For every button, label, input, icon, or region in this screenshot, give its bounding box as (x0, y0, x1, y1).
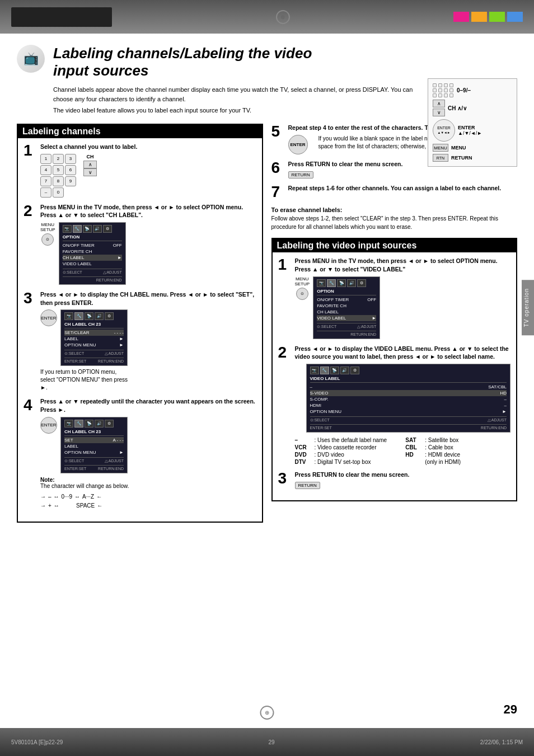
menu-circle-v1[interactable]: ⊙ (296, 288, 308, 300)
color-block-blue (507, 12, 523, 22)
erase-text: Follow above steps 1-2, then select "CLE… (271, 214, 518, 231)
bottom-crosshair: ⊕ (260, 706, 274, 720)
vs1-icon-4: 🔊 (347, 279, 356, 287)
vs1-fav: FAVORITE CH (317, 303, 376, 309)
footer-left: 5V80101A [E]p22-29 (11, 739, 63, 745)
step-3: 3 Press ◄ or ► to display the CH LABEL m… (24, 290, 256, 392)
remote-arrows-label: ▲/▼/◄/► (458, 130, 482, 136)
step4-icon-1: 📷 (64, 420, 73, 428)
key-3[interactable]: 3 (65, 154, 76, 164)
menu-row-chlabel: CH LABEL► (63, 255, 122, 261)
enter-circle-4[interactable]: ENTER (40, 417, 57, 434)
video-step-3-instruction: Press RETURN to clear the menu screen. (295, 471, 511, 479)
step4-label: LABEL (64, 443, 124, 449)
step-2: 2 Press MENU in the TV mode, then press … (24, 203, 256, 285)
step3-icon-3: 📡 (85, 312, 93, 320)
right-column: 5 Repeat step 4 to enter the rest of the… (271, 124, 518, 528)
step4-set: SETA - - - (64, 437, 124, 443)
step-1-num: 1 (24, 143, 40, 158)
step-3-content: Press ◄ or ► to display the CH LABEL men… (40, 290, 256, 392)
step-1-diagram: 1 2 3 4 5 6 7 8 9 – 0 (40, 154, 256, 198)
step3-icon-1: 📷 (64, 312, 73, 320)
remote-menu-label: MENU (451, 145, 466, 151)
step-1-instruction: Select a channel you want to label. (40, 143, 256, 151)
video-step-1: 1 Press MENU in the TV mode, then press … (278, 257, 511, 339)
legend-area: –: Uses the default label name SAT: Sate… (295, 437, 511, 465)
key-7[interactable]: 7 (40, 176, 51, 186)
option-menu-row: OPTION MENU► (64, 342, 124, 348)
key-5[interactable]: 5 (53, 165, 64, 175)
vs2-icon-5: ⚙ (350, 367, 359, 374)
video-return-icon[interactable]: RETURN (295, 482, 320, 489)
step4-icon-3: 📡 (85, 420, 93, 428)
video-step1-menu: MENUSETUP ⊙ (295, 276, 310, 300)
left-column: Labeling channels 1 Select a channel you… (17, 124, 263, 528)
key-6[interactable]: 6 (65, 165, 76, 175)
step-4-instruction: Press ▲ or ▼ repeatedly until the charac… (40, 397, 256, 414)
step-2-menu-screen: 📷 🔧 📡 🔊 ⚙ OPTION ON/OFF TIMEROFF FAVORIT… (59, 222, 126, 285)
labeling-channels-title: Labeling channels (18, 125, 262, 138)
key-0[interactable]: 0 (53, 187, 64, 198)
menu-icon-3: 📡 (83, 225, 92, 233)
title-icon: 📺 (17, 45, 45, 73)
key-8[interactable]: 8 (53, 176, 64, 186)
step-3-instruction: Press ◄ or ► to display the CH LABEL men… (40, 290, 256, 307)
remote-return-btn[interactable]: RTN (433, 154, 448, 162)
menu-circle[interactable]: ⊙ (41, 233, 54, 246)
step-6-num: 6 (271, 160, 288, 179)
step-4-num: 4 (24, 397, 40, 413)
vs2-icon-3: 📡 (330, 367, 339, 374)
legend-table: –: Uses the default label name SAT: Sate… (295, 437, 511, 465)
remote-enter-label: ENTER (458, 125, 482, 130)
step-4: 4 Press ▲ or ▼ repeatedly until the char… (24, 397, 256, 510)
ch-label-row: LABEL► (64, 336, 124, 342)
menu-row-timer: ON/OFF TIMEROFF (63, 242, 122, 248)
erase-section: To erase channel labels: Follow above st… (271, 205, 518, 232)
vs1-videolabel: VIDEO LABEL► (317, 315, 376, 321)
ch-buttons: CH ∧ ∨ (83, 154, 97, 176)
menu-icon-4: 🔊 (93, 225, 102, 233)
key-9[interactable]: 9 (65, 176, 76, 186)
menu-row-fav: FAVORITE CH (63, 248, 122, 255)
video-step-2-num: 2 (278, 345, 295, 360)
key-4[interactable]: 4 (40, 165, 51, 175)
return-icon[interactable]: RETURN (288, 171, 313, 179)
step3-icon-4: 🔊 (95, 312, 104, 320)
ch-down-btn[interactable]: ∨ (83, 168, 97, 176)
enter-circle[interactable]: ENTER (40, 309, 57, 326)
step-2-num: 2 (24, 203, 40, 219)
step-5-enter[interactable]: ENTER (288, 135, 308, 154)
remote-enter-btn[interactable]: ENTER▲▼◄► (433, 119, 455, 142)
step-3-note: If you return to OPTION menu, select "OP… (40, 368, 256, 392)
vs2-icon-1: 📷 (310, 367, 319, 374)
labeling-video-title: Labeling the video input sources (273, 239, 517, 252)
ch-label-set: SET/CLEAR- - - - (64, 330, 124, 336)
step-4-content: Press ▲ or ▼ repeatedly until the charac… (40, 397, 256, 510)
char-progression: → – ↔ 0···9 ↔ A···Z ← → (40, 492, 256, 510)
key-1[interactable]: 1 (40, 154, 51, 164)
page-number: 29 (504, 702, 517, 717)
key-2[interactable]: 2 (53, 154, 64, 164)
step-1-content: Select a channel you want to label. 1 2 … (40, 143, 256, 198)
video-step-1-content: Press MENU in the TV mode, then press ◄ … (295, 257, 511, 339)
video-step-2: 2 Press ◄ or ► to display the VIDEO LABE… (278, 345, 511, 465)
step-4-menu-screen: 📷 🔧 📡 🔊 ⚙ CH LABEL CH 23 SETA - - - LABE… (60, 417, 128, 473)
vs1-icon-3: 📡 (337, 279, 346, 287)
vs1-timer: ON/OFF TIMEROFF (317, 297, 376, 303)
video-step-3-content: Press RETURN to clear the menu screen. R… (295, 471, 511, 489)
step-7: 7 Repeat steps 1-6 for other channels. Y… (271, 184, 518, 200)
key-minus[interactable]: – (40, 187, 51, 198)
step4-icon-4: 🔊 (95, 420, 104, 428)
remote-return-label: RETURN (451, 155, 472, 161)
step3-icon-5: ⚙ (105, 312, 114, 320)
vs1-icon-5: ⚙ (357, 279, 366, 287)
ch-up-btn[interactable]: ∧ (83, 161, 97, 168)
legend-hd: HD: HDMI device (405, 452, 510, 458)
step-7-content: Repeat steps 1-6 for other channels. You… (288, 184, 518, 200)
step4-option: OPTION MENU► (64, 449, 124, 456)
step-3-enter-btn: ENTER (40, 309, 57, 326)
remote-menu-btn[interactable]: MENU (433, 144, 448, 152)
step-4-note: Note: The character will change as below… (40, 477, 256, 510)
vs1-chlabel: CH LABEL (317, 309, 376, 315)
video-step-1-instruction: Press MENU in the TV mode, then press ◄ … (295, 257, 511, 273)
